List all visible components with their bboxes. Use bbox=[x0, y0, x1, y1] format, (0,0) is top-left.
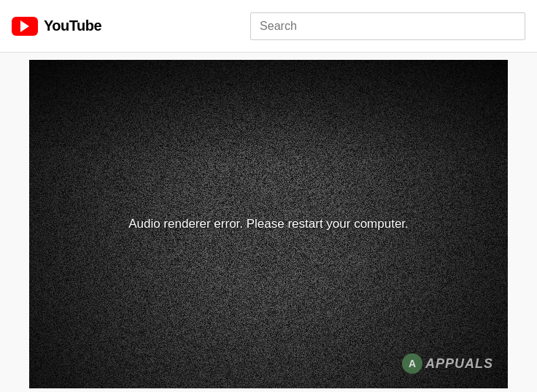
error-overlay: Audio renderer error. Please restart you… bbox=[29, 60, 508, 388]
watermark-icon: A bbox=[402, 353, 422, 374]
video-player: Audio renderer error. Please restart you… bbox=[29, 60, 508, 388]
watermark-text: APPUALS bbox=[425, 356, 493, 372]
search-bar bbox=[250, 12, 525, 40]
header: YouTube bbox=[0, 0, 537, 53]
youtube-icon bbox=[12, 17, 38, 36]
error-message: Audio renderer error. Please restart you… bbox=[114, 217, 423, 231]
search-input[interactable] bbox=[250, 12, 525, 40]
youtube-logo[interactable]: YouTube bbox=[12, 17, 101, 36]
youtube-logo-text: YouTube bbox=[44, 18, 101, 34]
watermark-icon-letter: A bbox=[409, 358, 416, 369]
watermark: A APPUALS bbox=[402, 353, 493, 374]
